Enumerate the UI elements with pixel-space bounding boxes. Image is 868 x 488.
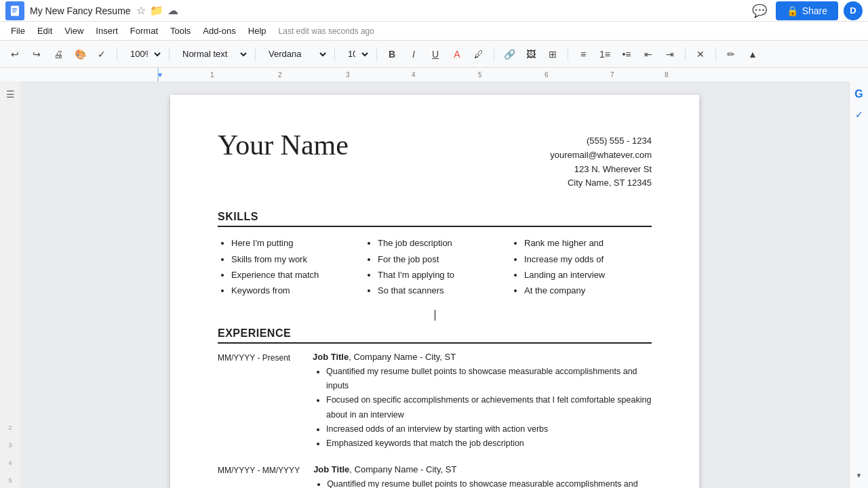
right-check-icon[interactable]: ✓ <box>852 107 867 122</box>
indent-less-button[interactable]: ⇤ <box>639 45 658 64</box>
zoom-select[interactable]: 100% 75% 125% 150% <box>123 45 163 64</box>
menu-tools[interactable]: Tools <box>165 23 196 39</box>
divider-9 <box>715 47 716 61</box>
job-2-content: Job Title, Company Name - City, ST Quant… <box>313 464 652 488</box>
menu-addons[interactable]: Add-ons <box>197 23 241 39</box>
title-action-icons: ☆ 📁 ☁ <box>136 4 178 17</box>
highlight-button[interactable]: 🖊 <box>469 45 488 64</box>
job-2-title: Job Title, Company Name - City, ST <box>313 464 652 474</box>
skill-1-1: Here I'm putting <box>231 235 359 251</box>
style-select[interactable]: Normal text Heading 1 Heading 2 Title <box>175 45 250 64</box>
document-page: Your Name (555) 555 - 1234 youremail@wha… <box>170 95 699 488</box>
address2: City Name, ST 12345 <box>550 176 652 190</box>
email: youremail@whatever.com <box>550 148 652 163</box>
skills-grid: Here I'm putting Skills from my work Exp… <box>218 235 652 299</box>
menu-edit[interactable]: Edit <box>32 23 58 39</box>
cloud-icon[interactable]: ☁ <box>167 4 178 17</box>
menu-view[interactable]: View <box>59 23 89 39</box>
editing-mode-button[interactable]: ✏ <box>722 45 741 64</box>
skill-1-3: Experience that match <box>231 267 359 283</box>
phone: (555) 555 - 1234 <box>550 134 652 148</box>
skill-1-4: Keywords from <box>231 283 359 298</box>
address1: 123 N. Wherever St <box>550 163 652 177</box>
menu-file[interactable]: File <box>5 23 31 39</box>
job-1-bullet-2: Focused on specific accomplishments or a… <box>326 393 652 422</box>
divider-3 <box>255 47 256 61</box>
star-icon[interactable]: ☆ <box>136 4 146 17</box>
font-size-select[interactable]: 10 11 12 14 <box>340 45 371 64</box>
page-number-5: 5 <box>3 473 18 488</box>
page-number-4: 4 <box>3 455 18 470</box>
link-button[interactable]: 🔗 <box>500 45 519 64</box>
bulleted-list-button[interactable]: •≡ <box>617 45 636 64</box>
menu-format[interactable]: Format <box>125 23 163 39</box>
svg-text:3: 3 <box>346 71 350 79</box>
experience-title: EXPERIENCE <box>218 327 652 344</box>
indent-more-button[interactable]: ⇥ <box>660 45 679 64</box>
menu-help[interactable]: Help <box>243 23 272 39</box>
job-2-bullet-1: Quantified my resume bullet points to sh… <box>327 477 652 488</box>
spell-check-button[interactable]: ✓ <box>92 45 111 64</box>
svg-text:7: 7 <box>610 71 614 79</box>
underline-button[interactable]: U <box>426 45 445 64</box>
ruler: 1 2 3 4 5 6 7 8 ▼ <box>0 68 868 81</box>
svg-rect-3 <box>12 12 16 12</box>
experience-section: EXPERIENCE MM/YYYY - Present Job Title, … <box>218 327 652 488</box>
contact-info: (555) 555 - 1234 youremail@whatever.com … <box>550 129 652 190</box>
divider-7 <box>568 47 568 61</box>
job-2-dates: MM/YYYY - MM/YYYY <box>218 464 300 488</box>
numbered-list-button[interactable]: 1≡ <box>595 45 614 64</box>
svg-text:1: 1 <box>210 71 214 79</box>
document-title: My New Fancy Resume <box>30 5 131 16</box>
job-1-dates: MM/YYYY - Present <box>218 352 299 451</box>
skill-1-2: Skills from my work <box>231 251 359 267</box>
job-2-bullets: Quantified my resume bullet points to sh… <box>313 477 652 488</box>
toolbar: ↩ ↪ 🖨 🎨 ✓ 100% 75% 125% 150% Normal text… <box>0 41 868 68</box>
title-bar: My New Fancy Resume ☆ 📁 ☁ 💬 🔒 Share D <box>0 0 868 22</box>
menu-insert[interactable]: Insert <box>90 23 123 39</box>
folder-icon[interactable]: 📁 <box>150 4 163 17</box>
share-lock-icon: 🔒 <box>787 5 798 16</box>
job-1-bullet-3: Increased odds of an interview by starti… <box>326 422 652 436</box>
job-entry-1: MM/YYYY - Present Job Title, Company Nam… <box>218 352 652 451</box>
italic-button[interactable]: I <box>404 45 423 64</box>
clear-format-button[interactable]: ✕ <box>691 45 710 64</box>
document-canvas[interactable]: Your Name (555) 555 - 1234 youremail@wha… <box>20 81 849 488</box>
skills-col-3: Rank me higher and Increase my odds of L… <box>511 235 652 299</box>
app-icon <box>5 1 24 20</box>
svg-rect-0 <box>11 5 19 16</box>
divider-6 <box>494 47 494 61</box>
svg-rect-4 <box>0 68 868 81</box>
collapse-button[interactable]: ▲ <box>743 45 762 64</box>
divider-2 <box>169 47 170 61</box>
svg-rect-2 <box>12 9 17 10</box>
divider-5 <box>376 47 377 61</box>
print-button[interactable]: 🖨 <box>49 45 68 64</box>
paint-format-button[interactable]: 🎨 <box>71 45 90 64</box>
comments-icon[interactable]: 💬 <box>749 0 770 22</box>
align-button[interactable]: ≡ <box>574 45 593 64</box>
outline-icon[interactable]: ☰ <box>3 87 18 102</box>
skill-3-2: Increase my odds of <box>524 251 652 267</box>
image-button[interactable]: 🖼 <box>521 45 540 64</box>
share-button[interactable]: 🔒 Share <box>776 1 838 20</box>
bold-button[interactable]: B <box>382 45 401 64</box>
table-button[interactable]: ⊞ <box>543 45 562 64</box>
skill-2-2: For the job post <box>378 251 505 267</box>
svg-rect-1 <box>12 8 17 9</box>
right-sidebar: G ✓ ▼ <box>849 81 868 488</box>
job-1-bullets: Quantified my resume bullet points to sh… <box>313 365 652 451</box>
redo-button[interactable]: ↪ <box>27 45 46 64</box>
undo-button[interactable]: ↩ <box>5 45 24 64</box>
right-comment-icon[interactable]: G <box>852 87 867 102</box>
svg-text:2: 2 <box>278 71 282 79</box>
resume-header: Your Name (555) 555 - 1234 youremail@wha… <box>218 129 652 190</box>
job-entry-2: MM/YYYY - MM/YYYY Job Title, Company Nam… <box>218 464 652 488</box>
skill-3-1: Rank me higher and <box>524 235 652 251</box>
user-avatar[interactable]: D <box>844 1 863 20</box>
svg-text:8: 8 <box>665 71 669 79</box>
text-color-button[interactable]: A <box>448 45 467 64</box>
scroll-down-icon[interactable]: ▼ <box>852 468 867 483</box>
font-select[interactable]: Verdana Arial Times New Roman <box>261 45 329 64</box>
main-area: ☰ 2 3 4 5 Your Name (555) 555 - 1234 you… <box>0 81 868 488</box>
